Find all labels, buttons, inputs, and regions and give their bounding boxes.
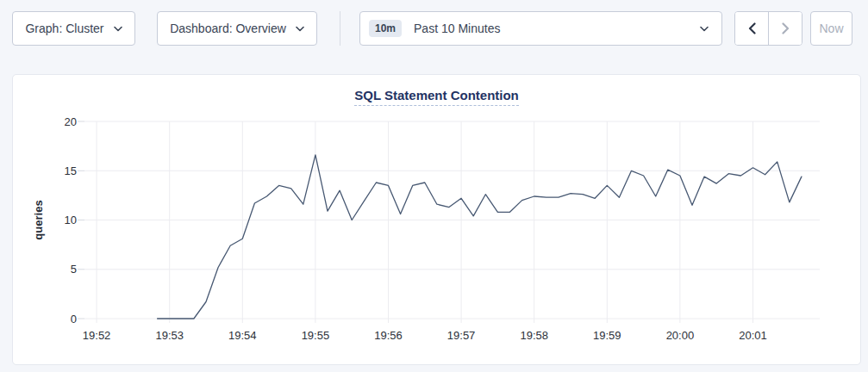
y-axis-label: queries — [32, 200, 45, 239]
time-range-badge: 10m — [369, 20, 402, 37]
time-range-label: Past 10 Minutes — [414, 22, 500, 35]
svg-text:19:58: 19:58 — [520, 329, 548, 342]
chart-grid — [78, 121, 820, 323]
db-console-metrics-page: { "toolbar": { "graph_dropdown": { "labe… — [0, 0, 868, 372]
dashboard-dropdown-label: Dashboard: Overview — [170, 22, 286, 35]
toolbar: Graph: Cluster Dashboard: Overview 10m P… — [12, 11, 852, 46]
svg-text:0: 0 — [71, 313, 77, 326]
graph-dropdown[interactable]: Graph: Cluster — [12, 11, 135, 46]
toolbar-divider — [340, 11, 340, 46]
sql-statement-contention-chart: 0510152019:5219:5319:5419:5519:5619:5719… — [13, 75, 862, 366]
graph-dropdown-label: Graph: Cluster — [25, 22, 103, 35]
chart-axis-labels: 0510152019:5219:5319:5419:5519:5619:5719… — [32, 115, 767, 343]
svg-text:20:01: 20:01 — [739, 329, 767, 342]
svg-text:10: 10 — [65, 214, 77, 226]
svg-text:19:54: 19:54 — [228, 329, 257, 342]
chart-panel: 0510152019:5219:5319:5419:5519:5619:5719… — [12, 74, 861, 365]
chevron-down-icon — [114, 26, 122, 32]
svg-text:19:52: 19:52 — [83, 329, 111, 342]
svg-text:19:59: 19:59 — [593, 329, 621, 342]
svg-text:19:53: 19:53 — [155, 329, 184, 342]
chevron-left-icon — [748, 22, 756, 34]
svg-text:19:56: 19:56 — [374, 329, 403, 342]
svg-text:5: 5 — [71, 263, 77, 276]
svg-text:19:55: 19:55 — [302, 329, 330, 342]
dashboard-dropdown[interactable]: Dashboard: Overview — [157, 11, 317, 46]
chevron-right-icon — [782, 22, 790, 34]
svg-text:15: 15 — [65, 164, 77, 177]
svg-text:20:00: 20:00 — [666, 329, 695, 342]
prev-range-button[interactable] — [735, 12, 769, 45]
chart-title[interactable]: SQL Statement Contention — [354, 88, 519, 106]
now-button[interactable]: Now — [810, 11, 852, 46]
next-range-button[interactable] — [769, 12, 802, 45]
chevron-down-icon — [700, 26, 709, 32]
time-range-step-group — [734, 11, 802, 46]
now-button-label: Now — [819, 22, 843, 35]
chevron-down-icon — [296, 26, 304, 32]
svg-text:20: 20 — [65, 115, 77, 128]
svg-text:19:57: 19:57 — [447, 329, 476, 342]
time-range-picker[interactable]: 10m Past 10 Minutes — [359, 11, 722, 46]
chart-title-row: SQL Statement Contention — [13, 88, 860, 106]
series-line — [158, 155, 802, 319]
